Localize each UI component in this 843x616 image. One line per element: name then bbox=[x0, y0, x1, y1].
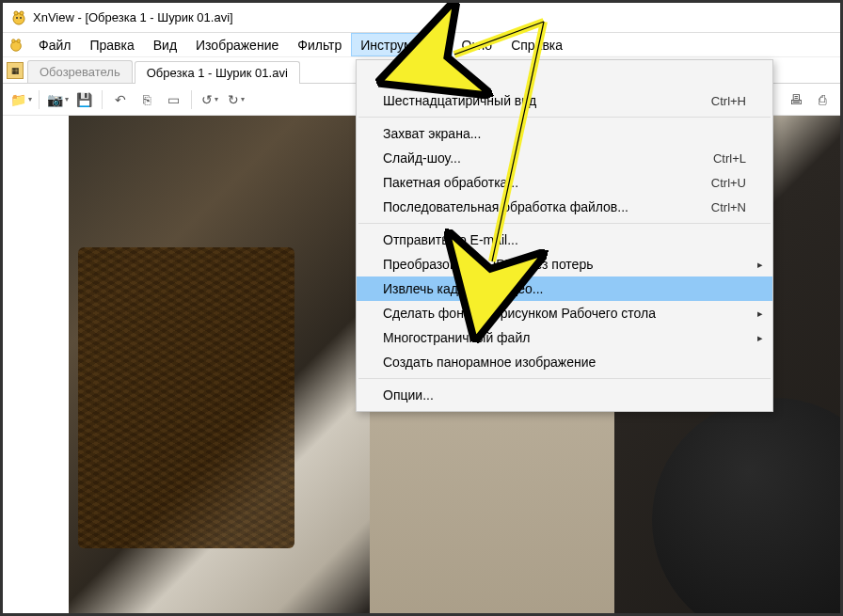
shortcut: Ctrl+U bbox=[711, 176, 746, 190]
menu-label: Пакетная обработка... bbox=[383, 175, 518, 190]
separator bbox=[191, 90, 192, 109]
menu-bar: Файл Правка Вид Изображение Фильтр Инстр… bbox=[3, 33, 840, 57]
menu-item-panorama[interactable]: Создать панорамное изображение bbox=[357, 350, 772, 374]
menu-item-slideshow[interactable]: Слайд-шоу...Ctrl+L bbox=[357, 146, 772, 170]
menu-item-set-wallpaper[interactable]: Сделать фоновым рисунком Рабочего стола bbox=[357, 301, 772, 325]
tab-active-file[interactable]: Обрезка 1 - Шурик 01.avi bbox=[135, 61, 300, 84]
title-bar: XnView - [Обрезка 1 - Шурик 01.avi] bbox=[3, 3, 840, 33]
menu-label: Сделать фоновым рисунком Рабочего стола bbox=[383, 306, 656, 321]
scan-button[interactable]: ⎙ bbox=[810, 87, 835, 112]
image-region bbox=[78, 247, 294, 548]
menu-item-options[interactable]: Опции... bbox=[357, 383, 772, 407]
menu-item-find[interactable]: Найти... bbox=[357, 64, 772, 88]
app-icon-small bbox=[7, 33, 25, 56]
tools-dropdown-menu: Найти... Шестнадцатиричный видCtrl+H Зах… bbox=[356, 59, 773, 412]
menu-item-batch-sequence[interactable]: Последовательная обработка файлов...Ctrl… bbox=[357, 195, 772, 219]
selection-button[interactable]: ▭ bbox=[161, 87, 185, 112]
menu-window[interactable]: Окно bbox=[453, 33, 502, 56]
save-button[interactable]: 💾 bbox=[72, 87, 96, 112]
separator bbox=[102, 90, 103, 109]
menu-item-hex-view[interactable]: Шестнадцатиричный видCtrl+H bbox=[357, 88, 772, 113]
folder-tree-icon[interactable]: ▦ bbox=[7, 62, 24, 79]
app-icon bbox=[10, 9, 27, 26]
shortcut: Ctrl+L bbox=[713, 151, 746, 166]
svg-point-1 bbox=[14, 11, 18, 15]
menu-label: Опции... bbox=[383, 387, 434, 403]
menu-label: Многостраничный файл bbox=[383, 330, 530, 345]
menu-label: Преобразование JPEG без потерь bbox=[383, 257, 593, 272]
rotate-left-button[interactable]: ↺ bbox=[198, 87, 222, 112]
undo-button[interactable]: ↶ bbox=[108, 87, 133, 112]
menu-item-capture[interactable]: Захват экрана... bbox=[357, 121, 772, 146]
svg-point-2 bbox=[20, 11, 24, 15]
menu-image[interactable]: Изображение bbox=[186, 33, 288, 56]
shortcut: Ctrl+H bbox=[711, 94, 746, 108]
menu-tools[interactable]: Инструменты bbox=[351, 33, 452, 56]
copy-button[interactable]: ⎘ bbox=[135, 87, 159, 112]
menu-filter[interactable]: Фильтр bbox=[288, 33, 351, 56]
window-title: XnView - [Обрезка 1 - Шурик 01.avi] bbox=[33, 10, 233, 24]
menu-label: Последовательная обработка файлов... bbox=[383, 199, 628, 214]
svg-point-7 bbox=[17, 39, 21, 42]
menu-label: Отправить по E-mail... bbox=[383, 232, 518, 247]
menu-help[interactable]: Справка bbox=[501, 33, 572, 56]
rotate-right-button[interactable]: ↻ bbox=[224, 87, 248, 112]
menu-item-jpeg-lossless[interactable]: Преобразование JPEG без потерь bbox=[357, 252, 772, 276]
menu-file[interactable]: Файл bbox=[29, 33, 80, 56]
separator bbox=[358, 378, 771, 379]
favorite-button[interactable]: 📷 bbox=[45, 87, 70, 112]
separator bbox=[39, 90, 40, 109]
svg-point-3 bbox=[16, 17, 18, 19]
open-folder-button[interactable]: 📁 bbox=[8, 87, 33, 112]
menu-item-extract-video-frames[interactable]: Извлечь кадры из видео... bbox=[357, 276, 772, 301]
image-region bbox=[652, 398, 840, 613]
menu-label: Извлечь кадры из видео... bbox=[383, 281, 544, 296]
svg-point-4 bbox=[20, 17, 22, 19]
menu-label: Найти... bbox=[383, 69, 432, 84]
print-button[interactable]: 🖶 bbox=[784, 87, 808, 112]
menu-label: Создать панорамное изображение bbox=[383, 355, 596, 370]
svg-point-6 bbox=[12, 39, 16, 42]
menu-label: Слайд-шоу... bbox=[383, 150, 461, 166]
menu-label: Шестнадцатиричный вид bbox=[383, 93, 536, 108]
shortcut: Ctrl+N bbox=[711, 200, 746, 214]
menu-item-batch-convert[interactable]: Пакетная обработка...Ctrl+U bbox=[357, 170, 772, 195]
menu-item-multipage[interactable]: Многостраничный файл bbox=[357, 325, 772, 350]
separator bbox=[358, 223, 771, 224]
menu-item-send-email[interactable]: Отправить по E-mail... bbox=[357, 228, 772, 252]
menu-view[interactable]: Вид bbox=[144, 33, 186, 56]
menu-edit[interactable]: Правка bbox=[80, 33, 143, 56]
tab-browser[interactable]: Обозреватель bbox=[27, 60, 133, 83]
menu-label: Захват экрана... bbox=[383, 126, 481, 141]
separator bbox=[358, 117, 771, 118]
